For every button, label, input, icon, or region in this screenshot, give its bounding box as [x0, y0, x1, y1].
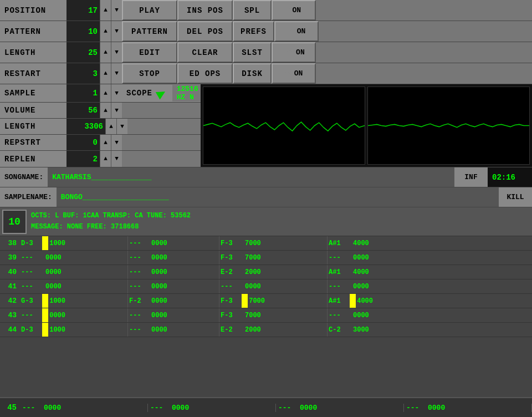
- sample-up[interactable]: ▲: [100, 84, 111, 102]
- track-4: A#1 4000: [328, 265, 532, 279]
- inf-button[interactable]: INF: [454, 167, 488, 187]
- track-2: --- 0000: [128, 308, 219, 322]
- stop-arrow-icon: ▶: [153, 83, 170, 103]
- volume-up[interactable]: ▲: [100, 103, 111, 118]
- play-button[interactable]: PLAY: [122, 0, 177, 21]
- track1-val: 1000: [48, 326, 73, 334]
- replen-down[interactable]: ▼: [111, 151, 122, 167]
- i-on-button[interactable]: ION: [272, 0, 316, 21]
- replen-value: 2: [66, 151, 100, 167]
- length-row: LENGTH 25 ▲ ▼ EDIT CLEAR SLST IIION: [0, 42, 532, 63]
- pattern-row[interactable]: 44 D-3 1000 --- 0000 E-2 2000 C-2: [0, 323, 532, 337]
- iii-on-button[interactable]: IIION: [272, 42, 316, 63]
- track3-val: 7000: [244, 240, 269, 247]
- songname-value[interactable]: KATHARSIS______________: [48, 167, 454, 187]
- position-up[interactable]: ▲: [100, 0, 111, 21]
- track-3: F-3 7000: [219, 251, 328, 265]
- ii-on-button[interactable]: IION: [274, 21, 319, 42]
- pattern-up[interactable]: ▲: [100, 21, 111, 42]
- track4-val: 4000: [352, 268, 377, 276]
- length-up[interactable]: ▲: [100, 42, 111, 63]
- iv-on-button[interactable]: IVON: [272, 63, 316, 84]
- pattern-row[interactable]: 38 D-3 1000 --- 0000 F-3 7000 A#1: [0, 236, 532, 251]
- pattern-row[interactable]: 42 G-3 1000 F-2 0000 F-3 7000 A#1: [0, 294, 532, 308]
- prefs-button[interactable]: PREFS: [233, 21, 274, 42]
- track4-note: ---: [328, 254, 350, 262]
- track4-val: 0000: [352, 312, 377, 319]
- pattern-value: 10: [66, 21, 100, 42]
- track-1: --- 0000: [20, 265, 128, 279]
- track-3: E-2 2000: [219, 265, 328, 279]
- disk-button[interactable]: DISK: [233, 63, 272, 84]
- restart-value: 3: [66, 63, 100, 84]
- track1-vol: [42, 308, 48, 322]
- kill-button[interactable]: KILL: [499, 187, 532, 207]
- track-1: G-3 1000: [20, 294, 128, 308]
- scope-panel-left: [203, 87, 365, 165]
- volume-down[interactable]: ▼: [111, 103, 122, 118]
- track-2: --- 0000: [128, 251, 219, 265]
- sample-length-down[interactable]: ▼: [116, 119, 127, 134]
- repstrt-up[interactable]: ▲: [100, 135, 111, 150]
- track3-val: 7000: [244, 312, 269, 319]
- pattern-button[interactable]: PATTERN: [122, 21, 177, 42]
- length-down[interactable]: ▼: [111, 42, 122, 63]
- track1-val: 0000: [44, 254, 69, 262]
- position-label: POSITION: [0, 0, 66, 21]
- ins-pos-button[interactable]: INS POS: [177, 0, 233, 21]
- track-2: --- 0000: [128, 279, 219, 293]
- volume-label: VOLUME: [0, 103, 66, 118]
- pattern-down[interactable]: ▼: [111, 21, 122, 42]
- track-4: --- 0000: [328, 308, 532, 322]
- spl-button[interactable]: SPL: [233, 0, 272, 21]
- sample-length-up[interactable]: ▲: [105, 119, 116, 134]
- clear-button[interactable]: CLEAR: [177, 42, 233, 63]
- bottom-row-number: 45: [0, 403, 20, 412]
- track1-vol: [42, 294, 48, 308]
- track2-val: 0000: [150, 326, 175, 334]
- track-4: A#1 4000: [328, 236, 532, 250]
- track3-note: ---: [219, 283, 242, 291]
- track1-val: 0000: [44, 283, 69, 291]
- pattern-row[interactable]: 41 --- 0000 --- 0000 --- 0000 ---: [0, 279, 532, 294]
- track-4: --- 0000: [328, 251, 532, 265]
- stop-button[interactable]: STOP: [122, 63, 177, 84]
- restart-down[interactable]: ▼: [111, 63, 122, 84]
- replen-up[interactable]: ▲: [100, 151, 111, 167]
- scope-label: SCOPE: [126, 89, 152, 98]
- ed-ops-button[interactable]: ED OPS: [177, 63, 233, 84]
- svg-rect-0: [203, 87, 365, 164]
- track-1: D-3 1000: [20, 236, 128, 250]
- track4-note: C-2: [328, 326, 350, 334]
- track2-val: 0000: [150, 297, 175, 305]
- length-value: 25: [66, 42, 100, 63]
- track2-note: F-2: [128, 297, 150, 305]
- row-number: 40: [0, 268, 20, 276]
- scope-canvas-area: [201, 84, 532, 167]
- pattern-row[interactable]: 40 --- 0000 --- 0000 E-2 2000 A#1: [0, 265, 532, 279]
- track-2: --- 0000: [128, 265, 219, 279]
- edit-button[interactable]: EDIT: [122, 42, 177, 63]
- sample-length-value: 3306: [66, 119, 105, 134]
- restart-label: RESTART: [0, 63, 66, 84]
- songname-label: SONGNAME:: [0, 167, 48, 187]
- del-pos-button[interactable]: DEL POS: [177, 21, 233, 42]
- track-2: F-2 0000: [128, 294, 219, 308]
- position-down[interactable]: ▼: [111, 0, 122, 21]
- track4-val: 3000: [352, 326, 377, 334]
- pattern-row[interactable]: 39 --- 0000 --- 0000 F-3 7000 ---: [0, 251, 532, 265]
- track4-val: 0000: [352, 254, 377, 262]
- track1-vol: [42, 323, 48, 337]
- track-2: --- 0000: [128, 236, 219, 250]
- samplename-value[interactable]: BONGO____________________: [57, 187, 499, 207]
- position-row: POSITION 17 ▲ ▼ PLAY INS POS SPL ION: [0, 0, 532, 21]
- songname-row: SONGNAME: KATHARSIS______________ INF 02…: [0, 167, 532, 187]
- pattern-row[interactable]: 43 --- 0000 --- 0000 F-3 7000 ---: [0, 308, 532, 323]
- slst-button[interactable]: SLST: [233, 42, 272, 63]
- replen-row: REPLEN 2 ▲ ▼: [0, 151, 201, 167]
- repstrt-down[interactable]: ▼: [111, 135, 122, 150]
- restart-up[interactable]: ▲: [100, 63, 111, 84]
- sample-down[interactable]: ▼: [111, 84, 122, 102]
- left-controls: SAMPLE 1 ▲ ▼ SCOPE ▶ 12516 HZ N VOLUME 5…: [0, 84, 201, 167]
- sample-label: SAMPLE: [0, 84, 66, 102]
